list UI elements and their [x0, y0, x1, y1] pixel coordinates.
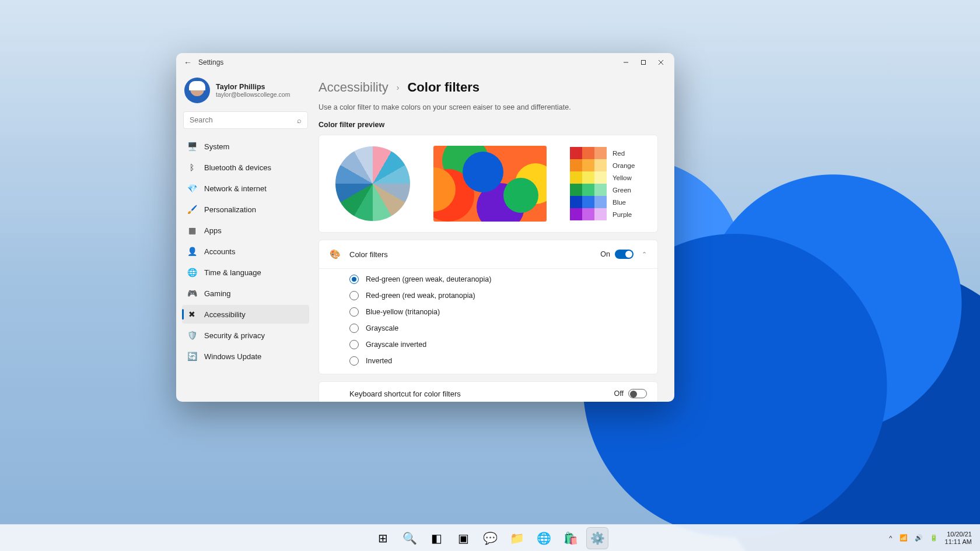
network-icon: 💎: [187, 183, 197, 194]
battery-icon[interactable]: 🔋: [930, 534, 938, 542]
sidebar-item-windows-update[interactable]: 🔄Windows Update: [182, 347, 309, 366]
page-title: Color filters: [407, 80, 479, 95]
sidebar-item-apps[interactable]: ▦Apps: [182, 221, 309, 240]
sidebar-item-label: Accounts: [204, 247, 235, 256]
swatch-row: Purple: [570, 208, 635, 220]
swatch-cell: [582, 208, 594, 220]
keyboard-shortcut-toggle[interactable]: [628, 389, 647, 398]
personalization-icon: 🖌️: [187, 204, 197, 215]
swatch-cell: [570, 184, 582, 196]
swatch-cell: [594, 196, 607, 208]
radio-icon: [349, 275, 359, 284]
user-email: taylor@bellowscollege.com: [216, 91, 290, 98]
sidebar-item-label: Personalization: [204, 205, 256, 214]
search-icon[interactable]: 🔍: [398, 527, 421, 549]
filter-option-label: Grayscale: [366, 324, 398, 332]
swatch-cell: [570, 196, 582, 208]
sidebar-item-label: Apps: [204, 226, 222, 235]
sidebar-item-system[interactable]: 🖥️System: [182, 137, 309, 156]
swatch-cell: [570, 159, 582, 171]
svg-rect-1: [642, 61, 646, 65]
search-field[interactable]: [190, 116, 297, 124]
settings-app-icon[interactable]: ⚙️: [586, 527, 608, 549]
color-filters-title: Color filters: [349, 250, 600, 259]
keyboard-shortcut-title: Keyboard shortcut for color filters: [349, 389, 614, 398]
start-icon[interactable]: ⊞: [372, 527, 394, 549]
time-language-icon: 🌐: [187, 267, 197, 278]
close-button[interactable]: [652, 55, 670, 69]
clock[interactable]: 10/20/21 11:11 AM: [945, 531, 972, 545]
privacy-icon: 🛡️: [187, 330, 197, 341]
color-swatches: RedOrangeYellowGreenBluePurple: [570, 147, 635, 220]
sidebar-item-label: Network & internet: [204, 184, 267, 193]
taskview-icon[interactable]: ◧: [425, 527, 447, 549]
content-pane[interactable]: Accessibility › Color filters Use a colo…: [315, 72, 674, 402]
swatch-row: Yellow: [570, 171, 635, 184]
maximize-button[interactable]: [635, 55, 652, 69]
filter-option[interactable]: Blue-yellow (tritanopia): [349, 307, 647, 317]
sidebar-item-time-language[interactable]: 🌐Time & language: [182, 263, 309, 282]
keyboard-shortcut-card[interactable]: Keyboard shortcut for color filters Off: [318, 381, 658, 402]
user-account[interactable]: Taylor Phillips taylor@bellowscollege.co…: [182, 74, 309, 107]
settings-window: ← Settings Taylor Phillips taylor@bellow…: [176, 53, 674, 402]
filter-option-label: Grayscale inverted: [366, 341, 426, 349]
sidebar-item-label: Gaming: [204, 289, 231, 298]
widgets-icon[interactable]: ▣: [452, 527, 474, 549]
system-tray[interactable]: ^ 📶 🔊 🔋 10/20/21 11:11 AM: [889, 531, 972, 545]
filter-option[interactable]: Inverted: [349, 356, 647, 366]
minimize-button[interactable]: [617, 55, 635, 69]
shortcut-state-label: Off: [614, 389, 624, 398]
page-description: Use a color filter to make colors on you…: [318, 103, 658, 111]
breadcrumb: Accessibility › Color filters: [318, 80, 658, 95]
user-name: Taylor Phillips: [216, 83, 290, 91]
breadcrumb-parent[interactable]: Accessibility: [318, 80, 388, 95]
chevron-up-icon[interactable]: ⌃: [642, 251, 647, 258]
wifi-icon[interactable]: 📶: [900, 534, 908, 542]
radio-icon: [349, 324, 359, 333]
swatch-label: Red: [612, 150, 625, 157]
tray-chevron-up-icon[interactable]: ^: [889, 535, 892, 542]
search-input[interactable]: ⌕: [183, 111, 308, 129]
system-icon: 🖥️: [187, 141, 197, 152]
explorer-icon[interactable]: 📁: [506, 527, 528, 549]
edge-icon[interactable]: 🌐: [533, 527, 555, 549]
swatch-cell: [570, 171, 582, 184]
store-icon[interactable]: 🛍️: [559, 527, 582, 549]
gaming-icon: 🎮: [187, 288, 197, 299]
avatar: [184, 78, 210, 103]
sidebar-item-label: Security & privacy: [204, 331, 265, 340]
sidebar-item-label: Time & language: [204, 268, 261, 277]
filter-option[interactable]: Red-green (green weak, deuteranopia): [349, 275, 647, 284]
swatch-cell: [570, 208, 582, 220]
filter-option-label: Blue-yellow (tritanopia): [366, 308, 440, 316]
volume-icon[interactable]: 🔊: [915, 534, 923, 542]
update-icon: 🔄: [187, 351, 197, 362]
color-filters-toggle[interactable]: [615, 250, 634, 259]
swatch-cell: [582, 184, 594, 196]
chat-icon[interactable]: 💬: [479, 527, 501, 549]
color-filter-preview: RedOrangeYellowGreenBluePurple: [318, 135, 658, 233]
sidebar-item-network-internet[interactable]: 💎Network & internet: [182, 179, 309, 198]
sidebar-item-accounts[interactable]: 👤Accounts: [182, 242, 309, 261]
sidebar-item-personalization[interactable]: 🖌️Personalization: [182, 200, 309, 219]
accounts-icon: 👤: [187, 246, 197, 257]
back-button[interactable]: ←: [181, 55, 195, 69]
swatch-label: Purple: [612, 211, 632, 218]
swatch-cell: [594, 208, 607, 220]
color-filters-header[interactable]: 🎨 Color filters On ⌃: [319, 240, 657, 268]
filter-option[interactable]: Grayscale: [349, 324, 647, 333]
sidebar-item-accessibility[interactable]: ✖Accessibility: [182, 305, 309, 324]
preview-label: Color filter preview: [318, 121, 658, 129]
swatch-cell: [594, 184, 607, 196]
search-icon: ⌕: [297, 116, 302, 125]
sidebar-item-gaming[interactable]: 🎮Gaming: [182, 284, 309, 303]
filter-option-label: Red-green (green weak, deuteranopia): [366, 275, 491, 283]
filter-option[interactable]: Red-green (red weak, protanopia): [349, 291, 647, 300]
swatch-label: Yellow: [612, 174, 632, 181]
sidebar-item-security-privacy[interactable]: 🛡️Security & privacy: [182, 326, 309, 345]
filter-option[interactable]: Grayscale inverted: [349, 340, 647, 349]
swatch-cell: [582, 171, 594, 184]
sidebar-item-bluetooth-devices[interactable]: ᛒBluetooth & devices: [182, 158, 309, 177]
swatch-cell: [582, 196, 594, 208]
swatch-row: Green: [570, 184, 635, 196]
